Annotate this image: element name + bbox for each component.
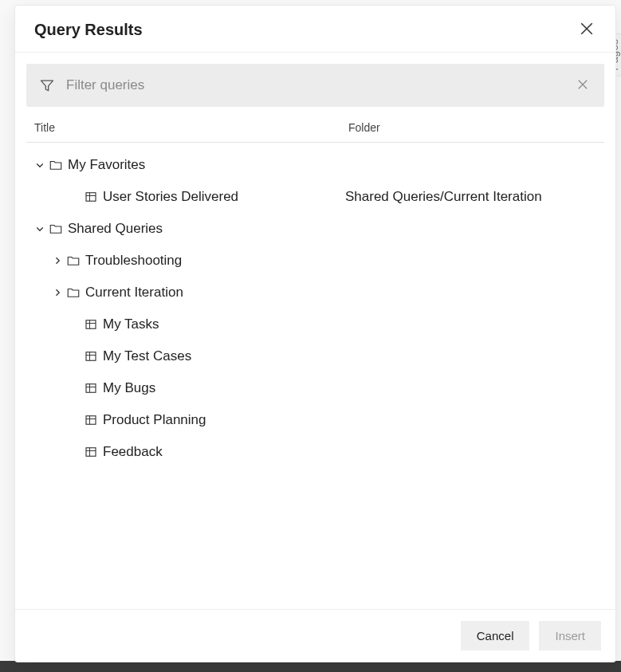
dialog-body: Title Folder My FavoritesUser Stories De… bbox=[15, 53, 615, 609]
tree-item-label: My Test Cases bbox=[103, 348, 191, 364]
tree-row-title-cell: Product Planning bbox=[29, 412, 344, 428]
query-icon bbox=[84, 445, 98, 459]
tree-query[interactable]: Product Planning bbox=[29, 404, 601, 436]
query-icon bbox=[84, 413, 98, 427]
filter-input[interactable] bbox=[66, 77, 574, 93]
table-header: Title Folder bbox=[26, 110, 604, 143]
tree-row-title-cell: My Bugs bbox=[29, 380, 344, 396]
filter-bar bbox=[26, 64, 604, 107]
dialog-header: Query Results bbox=[15, 6, 615, 53]
tree-folder[interactable]: Troubleshooting bbox=[29, 245, 601, 277]
insert-button[interactable]: Insert bbox=[539, 621, 601, 650]
tree-row-title-cell: My Tasks bbox=[29, 316, 344, 332]
tree-item-label: Feedback bbox=[103, 444, 163, 460]
dialog-title: Query Results bbox=[34, 21, 143, 39]
cancel-button[interactable]: Cancel bbox=[461, 621, 530, 650]
tree-query[interactable]: Feedback bbox=[29, 436, 601, 468]
tree-query[interactable]: My Test Cases bbox=[29, 340, 601, 372]
query-icon bbox=[84, 381, 98, 395]
chevron-right-icon[interactable] bbox=[50, 256, 65, 265]
clear-filter-button[interactable] bbox=[574, 77, 592, 94]
svg-rect-15 bbox=[86, 448, 96, 457]
tree-item-label: My Favorites bbox=[68, 157, 145, 173]
tree-row-title-cell: User Stories Delivered bbox=[29, 189, 344, 205]
query-icon bbox=[84, 317, 98, 332]
tree-row-title-cell: My Test Cases bbox=[29, 348, 344, 364]
tree-row-title-cell: Shared Queries bbox=[29, 221, 344, 237]
tree-item-label: My Tasks bbox=[103, 316, 159, 332]
folder-icon bbox=[49, 158, 63, 172]
folder-icon bbox=[49, 222, 63, 236]
tree-item-label: My Bugs bbox=[103, 380, 155, 396]
query-results-dialog: Query Results Title Folder My FavoritesU… bbox=[14, 5, 616, 662]
svg-rect-9 bbox=[86, 384, 96, 393]
tree-item-label: User Stories Delivered bbox=[103, 189, 238, 205]
chevron-down-icon[interactable] bbox=[33, 160, 47, 170]
close-icon bbox=[580, 22, 594, 38]
svg-rect-0 bbox=[86, 193, 96, 202]
tree-query[interactable]: My Bugs bbox=[29, 372, 601, 404]
folder-icon bbox=[66, 253, 81, 268]
tree-folder[interactable]: Shared Queries bbox=[29, 213, 601, 245]
close-icon bbox=[577, 79, 588, 92]
tree-item-label: Product Planning bbox=[103, 412, 206, 428]
tree-item-label: Troubleshooting bbox=[85, 253, 182, 269]
tree-query[interactable]: My Tasks bbox=[29, 308, 601, 340]
tree-row-title-cell: Current Iteration bbox=[29, 285, 344, 301]
svg-rect-3 bbox=[86, 320, 96, 329]
filter-icon bbox=[39, 77, 55, 93]
tree-folder[interactable]: My Favorites bbox=[29, 149, 601, 181]
tree-row-folder-cell: Shared Queries/Current Iteration bbox=[344, 189, 601, 205]
chevron-right-icon[interactable] bbox=[50, 288, 65, 297]
column-folder[interactable]: Folder bbox=[348, 121, 596, 134]
query-icon bbox=[84, 190, 98, 204]
close-button[interactable] bbox=[577, 20, 596, 39]
chevron-down-icon[interactable] bbox=[33, 224, 47, 234]
folder-icon bbox=[66, 285, 81, 300]
tree-row-title-cell: My Favorites bbox=[29, 157, 344, 173]
dialog-footer: Cancel Insert bbox=[15, 609, 615, 662]
query-icon bbox=[84, 349, 98, 364]
tree-item-label: Current Iteration bbox=[85, 285, 183, 301]
tree-folder[interactable]: Current Iteration bbox=[29, 277, 601, 308]
tree-row-title-cell: Troubleshooting bbox=[29, 253, 344, 269]
background-status-bar bbox=[0, 661, 621, 672]
tree-item-label: Shared Queries bbox=[68, 221, 163, 237]
query-tree: My FavoritesUser Stories DeliveredShared… bbox=[26, 143, 604, 484]
tree-query[interactable]: User Stories DeliveredShared Queries/Cur… bbox=[29, 181, 601, 213]
svg-rect-12 bbox=[86, 416, 96, 425]
column-title[interactable]: Title bbox=[34, 121, 348, 134]
tree-row-title-cell: Feedback bbox=[29, 444, 344, 460]
svg-rect-6 bbox=[86, 352, 96, 361]
